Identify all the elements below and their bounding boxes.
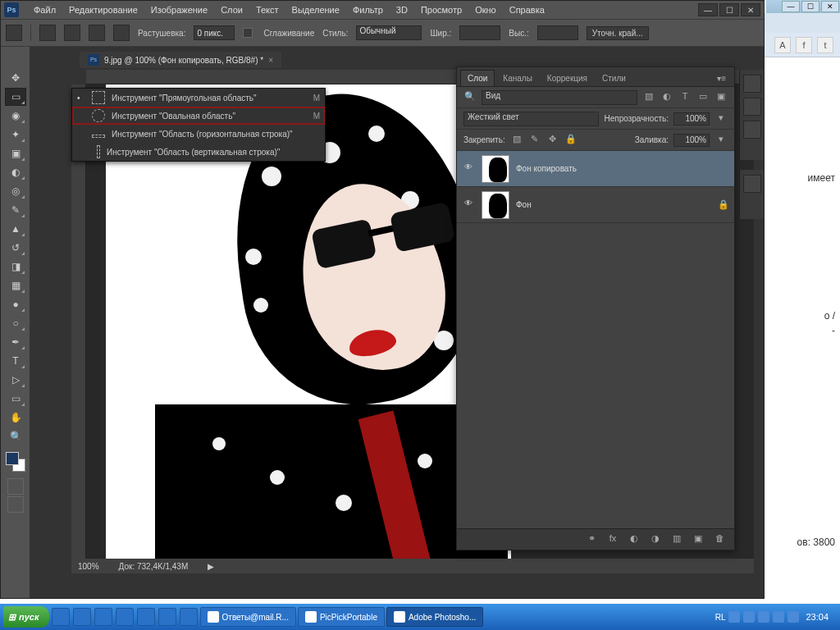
quicklaunch-icon[interactable]	[137, 608, 155, 626]
width-input[interactable]	[459, 25, 500, 40]
filter-adjust-icon[interactable]: ◐	[660, 91, 673, 104]
flyout-rect-marquee[interactable]: • Инструмент "Прямоугольная область" M	[72, 89, 325, 107]
dock-layers-icon[interactable]	[743, 175, 761, 193]
filter-shape-icon[interactable]: ▭	[696, 91, 710, 104]
tray-icon[interactable]	[743, 611, 755, 623]
color-swatches[interactable]	[6, 452, 25, 472]
layer-name[interactable]: Фон копировать	[516, 164, 577, 173]
zoom-level[interactable]: 100%	[78, 562, 99, 571]
dodge-tool[interactable]: ○	[5, 314, 26, 332]
layer-row[interactable]: 👁 Фон копировать	[457, 151, 734, 187]
path-select-tool[interactable]: ▷	[5, 371, 26, 389]
tab-adjustments[interactable]: Коррекция	[541, 71, 594, 86]
stamp-tool[interactable]: ▲	[5, 220, 26, 238]
lock-transparency-icon[interactable]: ▧	[510, 134, 523, 147]
move-tool[interactable]: ✥	[5, 69, 26, 87]
fill-input[interactable]	[673, 134, 710, 147]
tray-icon[interactable]	[788, 611, 799, 623]
bgwin-close-button[interactable]: ✕	[821, 1, 839, 12]
taskbar-clock[interactable]: 23:04	[802, 612, 832, 622]
menu-edit[interactable]: Редактирование	[62, 2, 144, 17]
menu-image[interactable]: Изображение	[144, 2, 214, 17]
lock-all-icon[interactable]: 🔒	[564, 134, 578, 147]
magic-wand-tool[interactable]: ✦	[5, 126, 26, 144]
share-facebook-icon[interactable]: f	[796, 37, 812, 53]
quicklaunch-icon[interactable]	[158, 608, 176, 626]
crop-tool[interactable]: ▣	[5, 144, 26, 162]
marquee-tool[interactable]: ▭	[5, 88, 26, 106]
start-button[interactable]: ⊞ пуск	[3, 606, 49, 628]
filter-smart-icon[interactable]: ▣	[714, 91, 728, 104]
tray-icon[interactable]	[773, 611, 784, 623]
pen-tool[interactable]: ✒	[5, 333, 26, 351]
tab-channels[interactable]: Каналы	[496, 71, 539, 86]
add-selection-icon[interactable]	[64, 25, 80, 41]
search-icon[interactable]: 🔍	[463, 91, 477, 104]
adjustment-layer-icon[interactable]: ◑	[649, 533, 662, 546]
filter-type-icon[interactable]: T	[678, 91, 692, 104]
menu-view[interactable]: Просмотр	[414, 2, 468, 17]
share-twitter-icon[interactable]: t	[817, 37, 833, 53]
screenmode-toggle[interactable]	[7, 496, 24, 513]
brush-tool[interactable]: ✎	[5, 201, 26, 219]
flyout-row-marquee[interactable]: Инструмент "Область (горизонтальная стро…	[72, 125, 325, 143]
menu-layer[interactable]: Слои	[214, 2, 249, 17]
taskbar-item-picpick[interactable]: PicPickPortable	[298, 607, 385, 627]
zoom-tool[interactable]: 🔍	[5, 427, 26, 445]
share-a-icon[interactable]: A	[774, 37, 791, 53]
menu-file[interactable]: Файл	[27, 2, 62, 17]
layer-effects-icon[interactable]: fx	[606, 533, 619, 546]
dock-actions-icon[interactable]	[743, 121, 761, 139]
shape-tool[interactable]: ▭	[5, 390, 26, 408]
window-max-button[interactable]: ☐	[719, 3, 739, 16]
quicklaunch-icon[interactable]	[73, 608, 91, 626]
visibility-toggle-icon[interactable]: 👁	[462, 199, 475, 212]
foreground-color-swatch[interactable]	[6, 452, 19, 465]
lasso-tool[interactable]: ◉	[5, 107, 26, 125]
menu-help[interactable]: Справка	[503, 2, 551, 17]
taskbar-item-mail[interactable]: Ответы@mail.R...	[200, 607, 296, 627]
filter-pixel-icon[interactable]: ▧	[642, 91, 655, 104]
lock-position-icon[interactable]: ✥	[546, 134, 559, 147]
document-tab[interactable]: Ps 9.jpg @ 100% (Фон копировать, RGB/8#)…	[80, 52, 281, 68]
subtract-selection-icon[interactable]	[89, 25, 105, 41]
healing-brush-tool[interactable]: ◎	[5, 182, 26, 200]
delete-layer-icon[interactable]: 🗑	[713, 533, 726, 546]
doctab-close-icon[interactable]: ×	[268, 56, 273, 65]
taskbar-item-photoshop[interactable]: Adobe Photosho...	[386, 607, 483, 627]
window-close-button[interactable]: ✕	[741, 3, 760, 16]
history-brush-tool[interactable]: ↺	[5, 239, 26, 257]
hand-tool[interactable]: ✋	[5, 409, 26, 427]
language-indicator[interactable]: RL	[715, 613, 726, 622]
blendmode-select[interactable]: Жесткий свет	[463, 112, 599, 126]
quicklaunch-icon[interactable]	[116, 608, 134, 626]
height-input[interactable]	[537, 25, 578, 40]
menu-filter[interactable]: Фильтр	[346, 2, 390, 17]
opacity-input[interactable]	[673, 112, 710, 126]
tray-icon[interactable]	[758, 611, 769, 623]
refine-edge-button[interactable]: Уточн. край...	[587, 26, 649, 40]
filter-kind-select[interactable]: Вид	[482, 90, 637, 105]
layer-thumbnail[interactable]	[482, 191, 509, 219]
layer-thumbnail[interactable]	[482, 155, 509, 183]
feather-input[interactable]	[194, 25, 235, 40]
link-layers-icon[interactable]: ⚭	[585, 533, 598, 546]
antialias-checkbox[interactable]	[243, 28, 253, 38]
status-arrow-icon[interactable]: ▶	[208, 562, 214, 571]
layer-mask-icon[interactable]: ◐	[628, 533, 641, 546]
tab-styles[interactable]: Стили	[596, 71, 632, 86]
layer-row[interactable]: 👁 Фон 🔒	[457, 187, 734, 223]
visibility-toggle-icon[interactable]: 👁	[462, 162, 475, 176]
menu-window[interactable]: Окно	[468, 2, 503, 17]
tool-preset-icon[interactable]	[6, 25, 22, 41]
lock-pixels-icon[interactable]: ✎	[528, 134, 541, 147]
flyout-col-marquee[interactable]: Инструмент "Область (вертикальная строка…	[72, 143, 325, 161]
dock-adjustments-icon[interactable]	[743, 98, 761, 116]
new-selection-icon[interactable]	[39, 25, 56, 41]
bgwin-max-button[interactable]: ☐	[801, 1, 819, 12]
type-tool[interactable]: T	[5, 352, 26, 370]
window-min-button[interactable]: —	[698, 3, 718, 16]
panel-menu-icon[interactable]: ▾≡	[712, 71, 731, 86]
group-layers-icon[interactable]: ▥	[670, 533, 683, 546]
blur-tool[interactable]: ●	[5, 295, 26, 313]
